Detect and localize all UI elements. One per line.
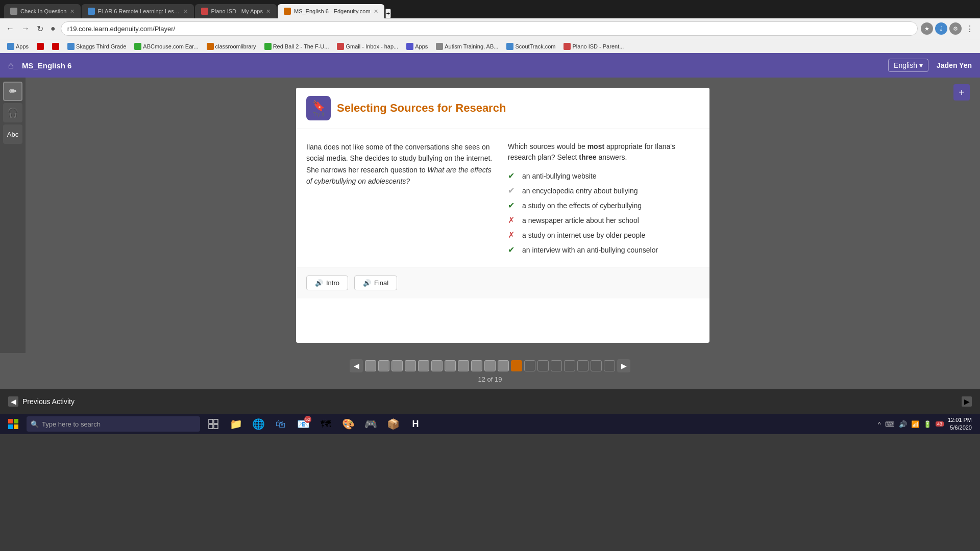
svg-rect-4 [209,419,213,423]
game-taskbar[interactable]: 🎮 [361,415,380,433]
tab-ms-english[interactable]: MS_English 6 - Edgenuity.com ✕ [278,4,384,18]
page-dot-15[interactable] [551,360,562,371]
bookmark-scouttrack[interactable]: ScoutTrack.com [503,42,558,51]
tab-plano[interactable]: Plano ISD - My Apps ✕ [195,4,277,18]
tray-battery[interactable]: 🔋 [923,420,932,428]
page-dot-6[interactable] [431,360,443,371]
bookmark-label-abc: ABCmouse.com Ear... [143,43,198,49]
page-dot-4[interactable] [405,360,416,371]
bookmark-apps[interactable]: Apps [4,42,32,51]
answer-item-6[interactable]: ✔ an interview with an anti-bullying cou… [508,245,699,255]
maps-taskbar[interactable]: 🗺 [316,415,335,433]
tab-close-3[interactable]: ✕ [266,8,271,15]
taskbar-search[interactable]: 🔍 Type here to search [27,416,200,432]
tray-keyboard[interactable]: ⌨ [885,420,895,428]
answer-item-1[interactable]: ✔ an anti-bullying website [508,171,699,181]
bookmark-plano[interactable]: Plano ISD - Parent... [560,42,627,51]
draw-taskbar[interactable]: 🎨 [339,415,357,433]
page-dot-9[interactable] [471,360,482,371]
home-icon[interactable]: ⌂ [8,60,14,71]
headphone-tool[interactable]: 🎧 [3,103,22,122]
answer-text-4: a newspaper article about her school [522,216,639,224]
side-tools: ✏ 🎧 Abc [0,78,26,353]
course-title[interactable]: MS_English 6 [22,61,72,70]
answer-item-2[interactable]: ✔ an encyclopedia entry about bullying [508,186,699,195]
answer-item-5[interactable]: ✗ a study on internet use by older peopl… [508,230,699,240]
address-input[interactable] [61,21,918,36]
bookmark-yt2[interactable] [49,42,62,51]
bookmark-icon-skaggs [67,43,75,50]
answer-mark-2: ✔ [508,186,518,195]
answer-text-6: an interview with an anti-bullying couns… [522,246,658,254]
home-button[interactable]: ● [48,22,58,35]
page-dot-5[interactable] [418,360,429,371]
bookmark-redball[interactable]: Red Ball 2 - The F-U... [261,42,332,51]
intro-audio-button[interactable]: 🔊 Intro [306,276,348,290]
bookmark-skaggs[interactable]: Skaggs Third Grade [64,42,129,51]
bookmark-icon[interactable]: ★ [921,22,933,35]
tab-label-2: ELAR 6 Remote Learning: Lesson... [98,8,180,14]
new-tab-button[interactable]: + [385,9,391,18]
bookmark-apps2[interactable]: Apps [403,42,431,51]
page-dot-1[interactable] [365,360,376,371]
bookmark-label-rb: Red Ball 2 - The F-U... [273,43,329,49]
language-selector[interactable]: English ▾ [888,59,928,72]
reload-button[interactable]: ↻ [35,22,45,36]
add-button[interactable]: + [953,84,970,101]
store-taskbar[interactable]: 🛍 [272,415,290,433]
task-view-button[interactable] [204,415,223,433]
page-dot-13[interactable] [524,360,535,371]
answer-mark-3: ✔ [508,201,518,210]
pencil-tool[interactable]: ✏ [3,82,22,101]
prev-page-button[interactable]: ◀ [350,359,363,372]
next-page-button[interactable]: ▶ [617,359,630,372]
page-dot-12[interactable] [511,360,522,371]
email-taskbar[interactable]: 📧 52 [294,415,312,433]
card-title: Selecting Sources for Research [337,102,506,115]
tray-network[interactable]: 📶 [911,420,919,428]
bookmark-classlibrary[interactable]: classroomlibrary [204,42,259,51]
final-audio-button[interactable]: 🔊 Final [354,276,397,290]
tab-close-2[interactable]: ✕ [183,8,188,15]
extensions-icon[interactable]: ⚙ [949,22,962,35]
tab-elar[interactable]: ELAR 6 Remote Learning: Lesson... ✕ [82,4,194,18]
bookmark-icon-plano [564,43,571,50]
tab-close-1[interactable]: ✕ [70,8,75,15]
file-explorer-taskbar[interactable]: 📁 [227,415,245,433]
page-dot-14[interactable] [537,360,549,371]
next-arrow-icon[interactable]: ▶ [962,396,972,407]
tab-check-in-question[interactable]: Check In Question ✕ [4,4,81,18]
tray-volume[interactable]: 🔊 [899,420,907,428]
answer-item-3[interactable]: ✔ a study on the effects of cyberbullyin… [508,201,699,210]
page-dot-16[interactable] [564,360,575,371]
answer-item-4[interactable]: ✗ a newspaper article about her school [508,215,699,225]
box-taskbar[interactable]: 📦 [384,415,402,433]
chrome-taskbar[interactable]: 🌐 [249,415,267,433]
bookmark-gmail[interactable]: Gmail - Inbox - hap... [334,42,401,51]
page-dot-19[interactable] [604,360,615,371]
bookmark-autism[interactable]: Autism Training, AB... [433,42,501,51]
bookmark-yt1[interactable] [34,42,47,51]
back-button[interactable]: ← [4,22,16,35]
page-dot-2[interactable] [378,360,389,371]
menu-icon[interactable]: ⋮ [964,22,976,35]
page-dot-10[interactable] [484,360,496,371]
page-dot-11[interactable] [498,360,509,371]
tray-arrow[interactable]: ^ [878,420,881,428]
page-dot-7[interactable] [445,360,456,371]
start-button[interactable] [4,415,22,433]
bookmark-icon-autism [436,43,443,50]
previous-activity-button[interactable]: ◀ Previous Activity [8,396,75,407]
bookmark-label-apps2: Apps [415,43,428,49]
tab-close-4[interactable]: ✕ [374,8,378,15]
bookmark-abcmouse[interactable]: ABCmouse.com Ear... [131,42,201,51]
page-dot-18[interactable] [591,360,602,371]
page-dot-8[interactable] [458,360,469,371]
bookmark-icon-cl [207,43,214,50]
forward-button[interactable]: → [19,22,32,35]
dictionary-tool[interactable]: Abc [3,124,22,144]
account-icon[interactable]: J [935,22,947,35]
page-dot-3[interactable] [391,360,403,371]
page-dot-17[interactable] [577,360,589,371]
h-taskbar[interactable]: H [406,415,425,433]
